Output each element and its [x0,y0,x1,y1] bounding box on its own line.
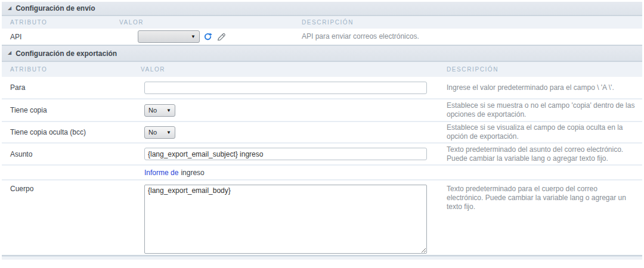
row-description-asunto: Texto predeterminado del asunto del corr… [442,145,642,163]
column-header-descripcion: DESCRIPCIÓN [297,19,642,26]
column-header-valor: VALOR [115,19,297,26]
copia-oculta-select-value: No [148,129,157,136]
section-exportacion: ◢ Configuración de exportación ATRIBUTO … [2,46,642,256]
section-envio: ◢ Configuración de envío ATRIBUTO VALOR … [2,2,642,46]
informe-suffix-text: ingreso [181,169,204,177]
row-label-api: API [2,33,115,41]
column-header-valor: VALOR [137,66,442,73]
copia-oculta-select[interactable]: No ▼ [144,126,175,139]
cuerpo-textarea[interactable]: {lang_export_email_body} [144,185,427,254]
row-label-copia-oculta: Tiene copia oculta (bcc) [2,128,137,136]
section-header-exportacion[interactable]: ◢ Configuración de exportación [2,46,642,62]
row-description-para: Ingrese el valor predeterminado para el … [442,83,642,92]
config-panel: ◢ Configuración de envío ATRIBUTO VALOR … [0,0,644,268]
para-input[interactable] [144,82,427,94]
column-header-row: ATRIBUTO VALOR DESCRIPCIÓN [2,16,642,29]
row-api: API ▼ [2,29,642,45]
tiene-copia-select-value: No [148,107,157,114]
row-para: Para Ingrese el valor predeterminado par… [2,77,642,98]
column-header-row: ATRIBUTO VALOR DESCRIPCIÓN [2,62,642,77]
api-select[interactable]: ▼ [138,30,200,43]
row-label-para: Para [2,83,137,92]
column-header-atributo: ATRIBUTO [2,19,115,26]
select-arrow-icon: ▼ [191,34,196,39]
footer-strip [2,256,642,260]
collapse-icon[interactable]: ◢ [8,5,11,11]
tiene-copia-select[interactable]: No ▼ [144,104,175,117]
collapse-icon[interactable]: ◢ [8,50,11,55]
exportacion-table: ATRIBUTO VALOR DESCRIPCIÓN Para Ingrese … [2,62,642,256]
section-title-envio: Configuración de envío [16,4,95,13]
select-arrow-icon: ▼ [166,130,171,135]
section-header-envio[interactable]: ◢ Configuración de envío [2,2,642,16]
row-cuerpo: Cuerpo {lang_export_email_body} Texto pr… [2,179,642,255]
informe-de-link[interactable]: Informe de [144,169,178,177]
row-label-asunto: Asunto [2,150,137,158]
row-label-tiene-copia: Tiene copia [2,106,137,114]
row-tiene-copia: Tiene copia No ▼ Establece si se muestra… [2,98,642,121]
row-description-copia-oculta: Establece si se visualiza el campo de co… [442,123,642,141]
refresh-icon[interactable] [203,32,213,42]
edit-pencil-icon[interactable] [216,32,226,42]
row-informe: Informe de ingreso [2,164,642,179]
row-asunto: Asunto Texto predeterminado del asunto d… [2,142,642,164]
row-label-cuerpo: Cuerpo [2,180,137,193]
column-header-atributo: ATRIBUTO [2,66,137,73]
row-copia-oculta: Tiene copia oculta (bcc) No ▼ Establece … [2,121,642,142]
asunto-input[interactable] [144,148,427,160]
select-arrow-icon: ▼ [166,108,171,113]
envio-table: ATRIBUTO VALOR DESCRIPCIÓN API ▼ [2,16,642,46]
section-title-exportacion: Configuración de exportación [16,49,117,58]
row-description-tiene-copia: Establece si se muestra o no el campo 'c… [442,101,642,119]
row-description-cuerpo: Texto predeterminado para el cuerpo del … [442,180,642,211]
row-description-api: API para enviar correos electrónicos. [297,32,642,41]
column-header-descripcion: DESCRIPCIÓN [442,66,642,73]
